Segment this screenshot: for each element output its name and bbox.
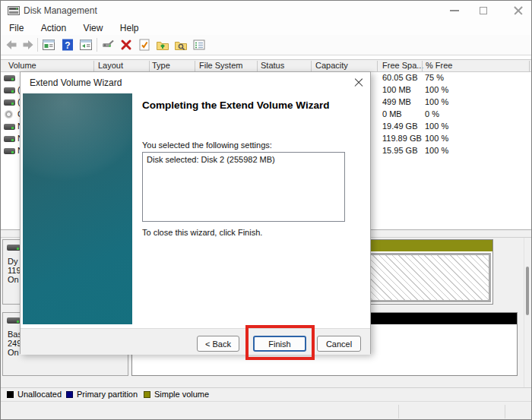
disk-icon (4, 136, 15, 142)
toolbar: ? (1, 35, 531, 55)
free-space-value: 0 MB (382, 109, 402, 118)
dialog-close-icon[interactable] (353, 77, 364, 88)
cd-drive-icon (5, 110, 13, 118)
column-file-system[interactable]: File System (199, 61, 242, 70)
volume-table-header: Volume Layout Type File System Status Ca… (1, 59, 531, 72)
dialog-footer: < Back Finish Cancel (21, 328, 370, 355)
cancel-button[interactable]: Cancel (317, 336, 361, 352)
console-window-alt-icon[interactable] (79, 38, 93, 52)
wizard-watermark-panel (23, 93, 132, 324)
forward-arrow-icon[interactable] (21, 38, 35, 52)
maximize-button[interactable] (472, 2, 495, 19)
red-highlight-annotation (245, 325, 315, 360)
disk-icon (4, 87, 15, 93)
simple-volume-swatch (144, 391, 150, 398)
wizard-intro-text: You selected the following settings: (142, 141, 272, 150)
delete-x-icon[interactable] (119, 38, 133, 52)
properties-list-icon[interactable] (192, 38, 206, 52)
wizard-note: To close this wizard, click Finish. (142, 228, 262, 237)
column-volume[interactable]: Volume (8, 61, 36, 70)
disk-management-window: Disk Management File Action View Help ? (0, 0, 532, 420)
free-space-value: 15.95 GB (382, 146, 417, 155)
back-button[interactable]: < Back (197, 336, 239, 352)
legend-bar: Unallocated Primary partition Simple vol… (1, 387, 531, 401)
app-icon (8, 5, 20, 16)
check-document-icon[interactable] (138, 38, 151, 52)
legend-primary-partition: Primary partition (77, 390, 138, 399)
minimize-button[interactable] (443, 2, 466, 19)
pct-free-value: 100 % (425, 134, 448, 143)
disk-icon (4, 75, 15, 81)
column-free-space[interactable]: Free Spa... (382, 61, 423, 70)
remote-tool-icon[interactable] (101, 38, 115, 52)
column-type[interactable]: Type (152, 61, 170, 70)
pct-free-value: 100 % (425, 146, 448, 155)
pct-free-value: 100 % (425, 85, 448, 94)
scrollbar-thumb[interactable] (526, 267, 529, 315)
free-space-value: 100 MB (382, 85, 411, 94)
extend-volume-wizard-dialog: Extend Volume Wizard Completing the Exte… (20, 71, 371, 354)
disk-icon (4, 148, 15, 154)
free-space-value: 499 MB (382, 97, 411, 106)
settings-listbox[interactable]: Disk selected: Disk 2 (255982 MB) (142, 152, 345, 222)
dialog-title: Extend Volume Wizard (30, 77, 122, 88)
column-layout[interactable]: Layout (98, 61, 123, 70)
pct-free-value: 0 % (425, 109, 439, 118)
folder-up-icon[interactable] (156, 38, 169, 52)
dialog-title-bar[interactable]: Extend Volume Wizard (21, 72, 370, 93)
disk-icon (4, 99, 15, 106)
disk-icon (4, 124, 15, 130)
column-capacity[interactable]: Capacity (315, 61, 348, 70)
svg-text:?: ? (65, 40, 70, 51)
pct-free-value: 100 % (425, 97, 448, 106)
folder-search-icon[interactable] (174, 38, 188, 52)
disk-icon (7, 317, 21, 324)
window-title: Disk Management (24, 5, 97, 16)
free-space-value: 119.89 GB (382, 134, 422, 143)
legend-simple-volume: Simple volume (154, 390, 209, 399)
title-bar: Disk Management (1, 1, 531, 21)
pct-free-value: 75 % (425, 73, 444, 82)
console-window-icon[interactable] (42, 38, 55, 52)
unallocated-swatch (7, 391, 14, 398)
status-bar (1, 401, 531, 420)
column-pct-free[interactable]: % Free (426, 61, 452, 70)
back-arrow-icon[interactable] (5, 38, 18, 52)
pct-free-value: 100 % (425, 122, 448, 131)
menu-action[interactable]: Action (34, 21, 73, 35)
close-button[interactable] (507, 2, 530, 19)
disk-icon (7, 245, 21, 251)
legend-unallocated: Unallocated (17, 390, 62, 399)
menu-view[interactable]: View (77, 21, 110, 35)
help-icon[interactable]: ? (61, 38, 74, 52)
column-status[interactable]: Status (261, 61, 284, 70)
menu-bar: File Action View Help (1, 21, 531, 35)
primary-partition-swatch (66, 391, 73, 398)
menu-file[interactable]: File (2, 21, 30, 35)
wizard-heading: Completing the Extend Volume Wizard (142, 98, 332, 112)
free-space-value: 19.49 GB (382, 122, 417, 131)
free-space-value: 60.05 GB (382, 73, 417, 82)
menu-help[interactable]: Help (113, 21, 146, 35)
